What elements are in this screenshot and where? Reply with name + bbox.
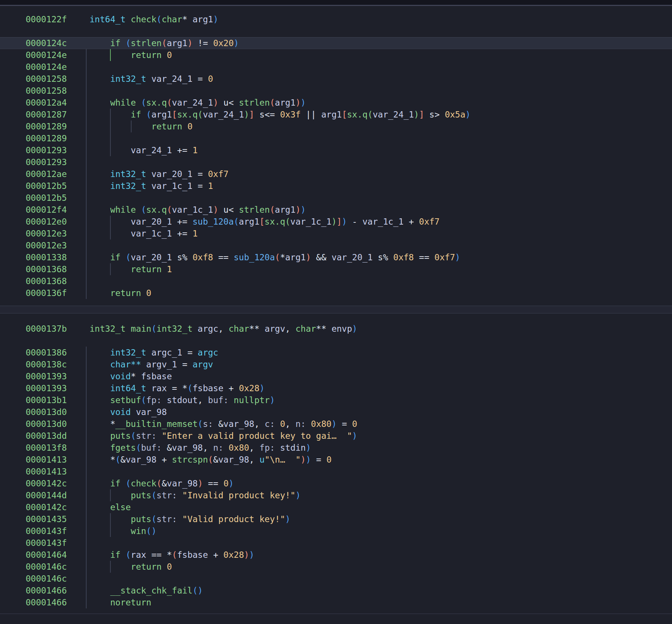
code-line[interactable]: 0000142c if (check(&var_98) == 0) <box>0 477 672 489</box>
code-line[interactable]: 0000144d puts(str: "Invalid product key!… <box>0 489 672 501</box>
code-line[interactable]: 0000124c if (strlen(arg1) != 0x20) <box>0 37 672 49</box>
address: 00001258 <box>26 85 90 97</box>
code-line[interactable]: 00001258 <box>0 85 672 97</box>
code-line[interactable]: 0000146c <box>0 573 672 585</box>
code-line[interactable]: 00001287 if (arg1[sx.q(var_24_1)] s<= 0x… <box>0 109 672 120</box>
address: 00001393 <box>26 382 90 394</box>
code-line[interactable]: 0000124e <box>0 61 672 73</box>
address: 00001386 <box>26 347 90 358</box>
function-main: 0000137bint32_t main(int32_t argc, char*… <box>0 323 672 608</box>
code-text: int32_t var_1c_1 = 1 <box>90 181 213 191</box>
code-line[interactable]: 00001368 <box>0 275 672 287</box>
code-line[interactable]: 000012e3 <box>0 239 672 251</box>
address: 00001287 <box>26 109 90 120</box>
address: 00001413 <box>26 454 90 466</box>
code-line[interactable]: 000012b5 <box>0 192 672 204</box>
code-text: __stack_chk_fail() <box>90 586 203 595</box>
function-separator <box>0 306 672 313</box>
code-text: noreturn <box>90 598 151 607</box>
code-line[interactable]: 0000124e return 0 <box>0 49 672 61</box>
code-line[interactable]: 00001393 int64_t rax = *(fsbase + 0x28) <box>0 382 672 394</box>
address: 0000143f <box>26 537 90 549</box>
address: 000013b1 <box>26 394 90 406</box>
code-line[interactable]: 000013dd puts(str: "Enter a valid produc… <box>0 430 672 442</box>
code-line[interactable]: 00001393 void* fsbase <box>0 370 672 382</box>
code-text: int32_t var_20_1 = 0xf7 <box>90 169 229 179</box>
address: 0000124c <box>26 37 90 49</box>
code-text: setbuf(fp: stdout, buf: nullptr) <box>90 395 275 405</box>
code-line[interactable]: 0000122fint64_t check(char* arg1) <box>0 13 672 25</box>
code-line[interactable]: 0000146c return 0 <box>0 561 672 573</box>
code-text: void var_98 <box>90 407 167 417</box>
code-text: int32_t var_24_1 = 0 <box>90 74 213 84</box>
code-text: var_20_1 += sub_120a(arg1[sx.q(var_1c_1)… <box>90 217 440 226</box>
partial-code-line[interactable]: 0000146d 0f 1f 00 <box>0 620 672 624</box>
code-line[interactable]: 000012ae int32_t var_20_1 = 0xf7 <box>0 168 672 180</box>
code-line[interactable]: 00001258 int32_t var_24_1 = 0 <box>0 73 672 85</box>
code-line[interactable]: 000013d0 *__builtin_memset(s: &var_98, c… <box>0 418 672 430</box>
code-text: if (strlen(arg1) != 0x20) <box>90 38 239 48</box>
code-line[interactable]: 00001466 noreturn <box>0 596 672 608</box>
address: 000013f8 <box>26 442 90 454</box>
address: 0000146c <box>26 573 90 585</box>
code-text: char** argv_1 = argv <box>90 360 213 369</box>
address: 0000143f <box>26 525 90 537</box>
code-text: return 0 <box>90 562 172 572</box>
code-text: return 0 <box>90 288 151 298</box>
code-line[interactable]: 000013f8 fgets(buf: &var_98, n: 0x80, fp… <box>0 442 672 454</box>
address: 0000142c <box>26 477 90 489</box>
code-text: if (rax == *(fsbase + 0x28)) <box>90 550 254 560</box>
top-divider <box>0 0 672 6</box>
code-line[interactable]: 00001289 <box>0 132 672 144</box>
address: 0000138c <box>26 358 90 370</box>
address: 00001289 <box>26 120 90 132</box>
address: 0000124e <box>26 49 90 61</box>
code-line[interactable]: 00001368 return 1 <box>0 263 672 275</box>
address: 00001466 <box>26 585 90 596</box>
code-line[interactable]: 00001466 __stack_chk_fail() <box>0 585 672 596</box>
code-line[interactable]: 000013d0 void var_98 <box>0 406 672 418</box>
address: 000012b5 <box>26 192 90 204</box>
code-line[interactable]: 00001386 int32_t argc_1 = argc <box>0 347 672 358</box>
code-line[interactable]: 000012e3 var_1c_1 += 1 <box>0 228 672 239</box>
address: 00001293 <box>26 144 90 156</box>
code-line[interactable]: 00001413 <box>0 466 672 477</box>
code-line[interactable]: 00001413 *(&var_98 + strcspn(&var_98, u"… <box>0 454 672 466</box>
code-text: var_1c_1 += 1 <box>90 229 198 238</box>
address: 000013d0 <box>26 406 90 418</box>
code-text: else <box>90 502 131 512</box>
code-line[interactable]: 0000143f win() <box>0 525 672 537</box>
code-line[interactable]: 0000136f return 0 <box>0 287 672 299</box>
code-line[interactable] <box>0 25 672 37</box>
address: 0000122f <box>26 13 90 25</box>
code-text: while (sx.q(var_1c_1) u< strlen(arg1)) <box>90 205 306 215</box>
code-line[interactable]: 0000137bint32_t main(int32_t argc, char*… <box>0 323 672 335</box>
code-line[interactable]: 00001293 var_24_1 += 1 <box>0 144 672 156</box>
code-line[interactable]: 00001435 puts(str: "Valid product key!") <box>0 513 672 525</box>
code-line[interactable]: 00001293 <box>0 156 672 168</box>
address: 00001464 <box>26 549 90 561</box>
code-text: void* fsbase <box>90 371 172 381</box>
code-line[interactable]: 0000143f <box>0 537 672 549</box>
code-line[interactable]: 00001338 if (var_20_1 s% 0xf8 == sub_120… <box>0 251 672 263</box>
address: 00001393 <box>26 370 90 382</box>
code-line[interactable] <box>0 335 672 347</box>
address: 00001413 <box>26 466 90 477</box>
code-line[interactable]: 000012f4 while (sx.q(var_1c_1) u< strlen… <box>0 204 672 216</box>
address: 0000146c <box>26 561 90 573</box>
address: 00001435 <box>26 513 90 525</box>
code-line[interactable]: 0000142c else <box>0 501 672 513</box>
address: 00001289 <box>26 132 90 144</box>
address: 000012ae <box>26 168 90 180</box>
code-line[interactable]: 000012e0 var_20_1 += sub_120a(arg1[sx.q(… <box>0 216 672 228</box>
code-line[interactable]: 000013b1 setbuf(fp: stdout, buf: nullptr… <box>0 394 672 406</box>
code-text: win() <box>90 526 156 536</box>
code-line[interactable]: 00001464 if (rax == *(fsbase + 0x28)) <box>0 549 672 561</box>
code-line[interactable]: 0000138c char** argv_1 = argv <box>0 358 672 370</box>
address: 00001466 <box>26 596 90 608</box>
code-line[interactable]: 000012a4 while (sx.q(var_24_1) u< strlen… <box>0 97 672 109</box>
code-line[interactable]: 000012b5 int32_t var_1c_1 = 1 <box>0 180 672 192</box>
address: 0000124e <box>26 61 90 73</box>
code-text: var_24_1 += 1 <box>90 145 198 155</box>
code-line[interactable]: 00001289 return 0 <box>0 120 672 132</box>
